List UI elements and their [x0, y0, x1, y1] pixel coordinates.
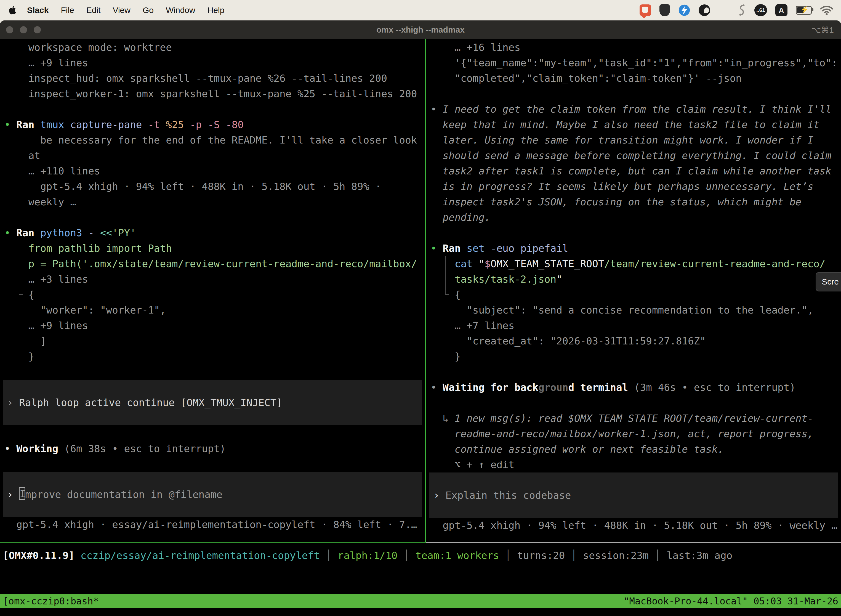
terminal-line: ⌥ + ↑ edit: [426, 457, 841, 472]
tmux-status-bar: [omx-cczip0:bash* "MacBook-Pro-44.local"…: [0, 594, 841, 608]
prompt-input-right[interactable]: › Explain this codebase: [429, 472, 838, 518]
terminal-line: • I need to get the claim token from the…: [426, 101, 841, 117]
terminal-line: continue assigned work or next feasible …: [426, 441, 841, 457]
text-segment: {: [22, 289, 34, 300]
terminal-line: readme-and-reco/mailbox/worker-1.json, a…: [426, 426, 841, 441]
pane-left-hud: workspace_mode: worktree … +9 lines insp…: [0, 39, 425, 542]
text-segment: last:3m ago: [667, 550, 732, 561]
text-segment: ]: [4, 335, 46, 347]
text-segment: … +3 lines: [22, 273, 88, 285]
menu-item-help[interactable]: Help: [208, 6, 224, 15]
text-cursor: I: [19, 487, 25, 500]
minimize-button[interactable]: [20, 26, 27, 34]
terminal-line: {: [426, 287, 841, 302]
text-segment: inspect_worker-1: omx sparkshell --tmux-…: [4, 88, 417, 99]
left-output: workspace_mode: worktree … +9 lines insp…: [0, 40, 425, 380]
text-segment: [4, 258, 16, 269]
shield-grid-icon[interactable]: [659, 4, 670, 16]
tmux-session-label: [omx-cczip0:bash*: [3, 595, 99, 607]
apple-menu-icon[interactable]: [8, 5, 16, 15]
text-segment: [448, 258, 455, 269]
terminal-line: gpt-5.4 xhigh · 94% left · 488K in · 5.1…: [0, 179, 425, 194]
text-segment: pending.: [431, 212, 491, 223]
text-segment: '{"team_name":"my-team","task_id":"1","f…: [431, 57, 837, 69]
menu-item-view[interactable]: View: [113, 6, 130, 15]
text-segment: later. Using the same for transition mig…: [431, 134, 813, 146]
wifi-icon[interactable]: [820, 5, 833, 15]
text-segment: d terminal: [568, 382, 628, 393]
text-segment: [431, 289, 442, 300]
terminal-line: … +9 lines: [0, 318, 425, 333]
terminal-line: inspect task2's JSON, focusing on the st…: [426, 194, 841, 210]
dots-grid-icon[interactable]: [718, 5, 730, 16]
text-segment: "subject": "send a concise recommendatio…: [431, 304, 813, 316]
text-segment: session:23m: [583, 550, 655, 561]
window-title: omx --xhigh --madmax: [377, 25, 464, 35]
bolt-circle-icon[interactable]: [678, 4, 690, 16]
text-segment: │: [403, 550, 415, 561]
text-segment: [442, 287, 448, 302]
text-segment: (3m 46s • esc to interrupt): [628, 382, 796, 393]
terminal-line: ↳ 1 new msg(s): read $OMX_TEAM_STATE_ROO…: [426, 411, 841, 426]
text-segment: •: [4, 443, 16, 454]
text-segment: p = Path('.omx/state/team/review-current…: [22, 258, 417, 269]
text-segment: workspace_mode: worktree: [4, 42, 172, 53]
terminal-line: [426, 225, 841, 241]
menu-item-go[interactable]: Go: [143, 6, 154, 15]
s-curve-icon[interactable]: [738, 4, 746, 16]
terminal-line: tasks/task-2.json": [426, 271, 841, 287]
terminal-line: p = Path('.omx/state/team/review-current…: [0, 256, 425, 271]
text-segment: 1 new msg(s): read $OMX_TEAM_STATE_ROOT/…: [455, 413, 813, 424]
text-segment: ralph:1/10: [338, 550, 403, 561]
zoom-button[interactable]: [34, 26, 41, 34]
text-segment: [4, 134, 16, 146]
text-segment: ↳: [431, 413, 455, 424]
terminal-line: [0, 364, 425, 380]
text-segment: … +9 lines: [4, 57, 88, 69]
screen-overlay-button[interactable]: Scre: [816, 272, 841, 292]
text-segment: Ran: [16, 227, 40, 238]
text-segment: is in progress? It seems likely but perh…: [431, 181, 813, 192]
menu-item-file[interactable]: File: [61, 6, 74, 15]
text-segment: from pathlib import Path: [22, 243, 172, 254]
menu-item-edit[interactable]: Edit: [86, 6, 101, 15]
text-segment: [OMX#0.11.9]: [3, 550, 81, 561]
text-segment: python3: [40, 227, 88, 238]
screen-record-chat-icon[interactable]: [640, 4, 651, 16]
terminal-line: later. Using the same for transition mig…: [426, 132, 841, 148]
terminal-line: • Ran set -euo pipefail: [426, 241, 841, 256]
prompt-chevron: ›: [7, 489, 19, 500]
text-segment: •: [431, 104, 442, 115]
text-segment: •: [4, 119, 16, 130]
text-segment: ›: [434, 490, 445, 501]
text-segment: Explain this codebase: [445, 490, 571, 501]
battery-icon[interactable]: ⚡: [796, 6, 812, 15]
menu-bar: Slack File Edit View Go Window Help ..61…: [0, 0, 841, 21]
pie-circle-icon[interactable]: [699, 4, 710, 16]
terminal-line: from pathlib import Path: [0, 241, 425, 256]
text-segment: team:1 workers: [416, 550, 505, 561]
text-segment: … +110 lines: [4, 165, 100, 177]
badge-61-icon[interactable]: ..61: [755, 4, 767, 16]
menu-item-app[interactable]: Slack: [27, 6, 48, 15]
terminal-line: cat "$OMX_TEAM_STATE_ROOT/team/review-cu…: [426, 256, 841, 271]
terminal-line: … +3 lines: [0, 271, 425, 287]
text-segment: weekly …: [4, 196, 76, 208]
text-segment: [442, 256, 448, 271]
terminal-line: at: [0, 148, 425, 163]
menu-item-window[interactable]: Window: [166, 6, 195, 15]
text-segment: turns:20: [517, 550, 571, 561]
text-segment: gpt-5.4 xhigh · 94% left · 488K in · 5.1…: [431, 520, 837, 531]
terminal-line: • Waiting for background terminal (3m 46…: [426, 380, 841, 395]
text-segment: capture-pane: [70, 119, 148, 130]
terminal-line: inspect_hud: omx sparkshell --tmux-pane …: [0, 70, 425, 86]
terminal-line: be necessary for the end of the README. …: [0, 132, 425, 148]
text-segment: [4, 289, 16, 300]
terminal-line: "worker": "worker-1",: [0, 302, 425, 318]
prompt-input-left[interactable]: › I mprove documentation in @filename: [3, 472, 422, 517]
close-button[interactable]: [6, 26, 13, 34]
keyboard-layout-icon[interactable]: A: [775, 4, 787, 16]
text-segment: $: [485, 258, 491, 269]
text-segment: ": [478, 258, 485, 269]
text-segment: [4, 243, 16, 254]
